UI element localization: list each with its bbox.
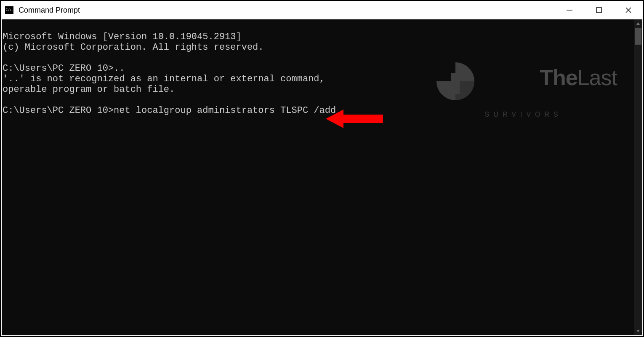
maximize-button[interactable] (584, 1, 614, 19)
watermark-brand: TheLast (483, 45, 617, 110)
client-area: Microsoft Windows [Version 10.0.19045.29… (2, 19, 642, 335)
close-button[interactable] (614, 1, 643, 19)
scroll-down-button[interactable] (634, 327, 642, 335)
terminal-line: C:\Users\PC ZERO 10>.. (3, 63, 125, 74)
svg-rect-4 (451, 73, 460, 94)
terminal-line: '..' is not recognized as an internal or… (3, 74, 325, 84)
window-title: Command Prompt (19, 6, 80, 15)
terminal-line: (c) Microsoft Corporation. All rights re… (3, 42, 264, 53)
chevron-down-icon (636, 329, 640, 333)
svg-marker-7 (636, 330, 640, 332)
close-icon (625, 7, 632, 13)
terminal-line: Microsoft Windows [Version 10.0.19045.29… (3, 32, 242, 42)
watermark-tagline: SURVIVORS (483, 111, 617, 118)
svg-rect-1 (596, 8, 601, 13)
terminal-output[interactable]: Microsoft Windows [Version 10.0.19045.29… (2, 19, 634, 335)
vertical-scrollbar[interactable] (634, 19, 642, 335)
terminal-line-highlighted: C:\Users\PC ZERO 10>net localgroup admin… (3, 105, 336, 116)
chevron-up-icon (636, 21, 640, 26)
watermark-brand-light: Last (577, 65, 617, 90)
minimize-button[interactable] (555, 1, 584, 19)
minimize-icon (566, 7, 573, 13)
watermark-brand-strong: The (540, 65, 577, 90)
scroll-up-button[interactable] (634, 19, 642, 28)
svg-marker-6 (636, 22, 640, 25)
window-controls (555, 1, 643, 19)
terminal-line: operable program or batch file. (3, 84, 175, 95)
maximize-icon (596, 7, 602, 13)
app-icon: C:\. (5, 6, 13, 14)
watermark: TheLast SURVIVORS (434, 45, 617, 118)
titlebar[interactable]: C:\. Command Prompt (1, 1, 643, 19)
scroll-thumb[interactable] (635, 28, 641, 45)
watermark-logo-icon (434, 60, 476, 102)
